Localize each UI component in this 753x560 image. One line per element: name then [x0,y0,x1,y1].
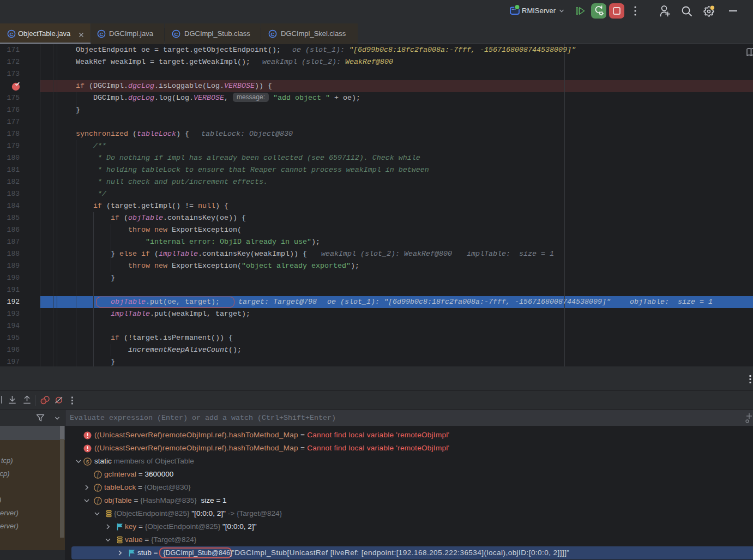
svg-text:C: C [271,31,275,37]
svg-text:S: S [86,459,89,465]
svg-text:C: C [100,31,104,37]
svg-text:C: C [10,31,14,37]
svg-text:C: C [174,31,178,37]
svg-text:f: f [97,472,99,478]
svg-text:f: f [97,485,99,491]
svg-text:f: f [97,498,99,504]
